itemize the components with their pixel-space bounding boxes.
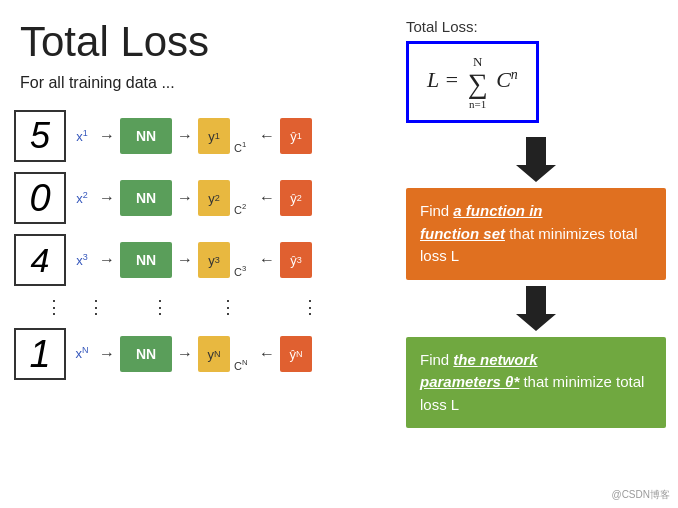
left-panel: 5 x1 NN y1 C1 ŷ1 0 x2 NN y2 C2 ŷ2 4 x3 <box>14 110 414 390</box>
digit-one: 1 <box>14 328 66 380</box>
x-label-2: x2 <box>70 190 94 206</box>
formula-box: L = N ∑ n=1 Cn <box>406 41 539 123</box>
page: Total Loss For all training data ... 5 x… <box>0 0 678 508</box>
arrow-right-3 <box>98 251 116 269</box>
nn-box-n: NN <box>120 336 172 372</box>
arrow-left-2 <box>258 189 276 207</box>
arrow-right-2b <box>176 189 194 207</box>
green-box: Find the networkparameters θ* that minim… <box>406 337 666 429</box>
formula: L = N ∑ n=1 Cn <box>427 67 518 92</box>
data-row-n: 1 xN NN yN CN ŷN <box>14 328 414 380</box>
yhat-box-1: ŷ1 <box>280 118 312 154</box>
data-row-2: 0 x2 NN y2 C2 ŷ2 <box>14 172 414 224</box>
arrow-right-1b <box>176 127 194 145</box>
arrow-left-3 <box>258 251 276 269</box>
dots-row: ⋮ ⋮ ⋮ ⋮ ⋮ <box>14 296 414 318</box>
y-box-n: yN <box>198 336 230 372</box>
nn-box-2: NN <box>120 180 172 216</box>
dots-2: ⋮ <box>84 296 108 318</box>
dots-5: ⋮ <box>294 296 326 318</box>
yhat-box-2: ŷ2 <box>280 180 312 216</box>
yhat-box-3: ŷ3 <box>280 242 312 278</box>
x-label-1: x1 <box>70 128 94 144</box>
c-label-n: CN <box>234 336 254 372</box>
orange-box: Find a function infunction set that mini… <box>406 188 666 280</box>
dots-4: ⋮ <box>212 296 244 318</box>
green-prefix: Find <box>420 351 453 368</box>
svg-marker-0 <box>516 137 556 182</box>
arrow-right-1 <box>98 127 116 145</box>
c-label-2: C2 <box>234 180 254 216</box>
arrow-left-1 <box>258 127 276 145</box>
c-label-3: C3 <box>234 242 254 278</box>
dots-1: ⋮ <box>28 296 80 318</box>
data-row-3: 4 x3 NN y3 C3 ŷ3 <box>14 234 414 286</box>
nn-box-3: NN <box>120 242 172 278</box>
y-box-2: y2 <box>198 180 230 216</box>
x-label-3: x3 <box>70 252 94 268</box>
y-box-1: y1 <box>198 118 230 154</box>
yhat-box-n: ŷN <box>280 336 312 372</box>
arrow-left-n <box>258 345 276 363</box>
data-row-1: 5 x1 NN y1 C1 ŷ1 <box>14 110 414 162</box>
y-box-3: y3 <box>198 242 230 278</box>
total-loss-label: Total Loss: <box>406 18 666 35</box>
digit-zero: 0 <box>14 172 66 224</box>
arrow-right-nb <box>176 345 194 363</box>
dots-3: ⋮ <box>134 296 186 318</box>
watermark: @CSDN博客 <box>612 488 671 502</box>
orange-prefix: Find <box>420 202 453 219</box>
right-panel: Total Loss: L = N ∑ n=1 Cn Find a functi… <box>406 18 666 428</box>
big-arrow-2 <box>406 286 666 331</box>
svg-marker-1 <box>516 286 556 331</box>
c-label-1: C1 <box>234 118 254 154</box>
x-label-n: xN <box>70 345 94 363</box>
arrow-right-2 <box>98 189 116 207</box>
arrow-right-n <box>98 345 116 363</box>
nn-box-1: NN <box>120 118 172 154</box>
big-arrow-1 <box>406 137 666 182</box>
digit-four: 4 <box>14 234 66 286</box>
digit-five: 5 <box>14 110 66 162</box>
arrow-right-3b <box>176 251 194 269</box>
